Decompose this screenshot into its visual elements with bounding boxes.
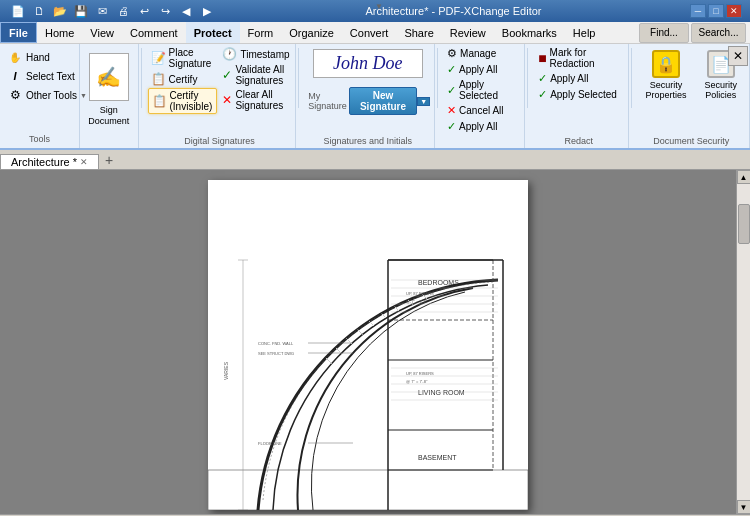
save-btn[interactable]: 💾 [71,1,91,21]
certify-invisible-btn[interactable]: 📋 Certify (Invisible) [148,88,218,114]
other-tools-btn[interactable]: ⚙ Other Tools ▼ [4,86,90,104]
redact-mark-icon: ■ [538,50,546,66]
separator-2 [298,48,299,108]
menu-organize[interactable]: Organize [281,22,342,43]
window-title: Architecture* - PDF-XChange Editor [217,5,690,17]
validate-all-btn[interactable]: ✓ Validate All Signatures [219,63,291,87]
security-properties-btn[interactable]: 🔒 SecurityProperties [637,46,694,104]
svg-text:BASEMENT: BASEMENT [418,454,457,461]
menu-review[interactable]: Review [442,22,494,43]
pdf-page: BEDROOMS LIVING ROOM BASEMENT [208,180,528,510]
scrollbar-track[interactable] [737,184,751,500]
clear-all-btn[interactable]: ✕ Clear All Signatures [219,88,291,112]
apply-all-icon: ✓ [447,120,456,133]
menu-comment[interactable]: Comment [122,22,186,43]
svg-rect-0 [208,180,528,510]
pdf-viewer: BEDROOMS LIVING ROOM BASEMENT [0,170,736,514]
mark-for-redaction-btn[interactable]: ■ Mark for Redaction [534,46,623,70]
svg-text:VARIES: VARIES [223,361,229,380]
apply-all-redact-btn[interactable]: ✓ Apply All [534,71,592,86]
validate-icon: ✓ [222,68,232,82]
certify-btn[interactable]: 📋 Certify [148,71,218,87]
menu-view[interactable]: View [82,22,122,43]
architecture-tab[interactable]: Architecture * ✕ [0,154,99,169]
clear-all-icon: ✕ [222,93,232,107]
new-signature-btn[interactable]: New Signature [349,87,417,115]
new-sig-dropdown[interactable]: ▼ [417,97,430,106]
tab-bar: Architecture * ✕ + ▼ [0,150,750,170]
menu-convert[interactable]: Convert [342,22,397,43]
svg-text:@ 7" = 7'-8": @ 7" = 7'-8" [406,379,428,384]
maximize-button[interactable]: □ [708,4,724,18]
menu-share[interactable]: Share [396,22,441,43]
manage-btn[interactable]: ⚙ Manage [444,46,499,61]
separator-4 [527,48,528,108]
menu-help[interactable]: Help [565,22,604,43]
ribbon-close-btn[interactable]: ✕ [728,46,748,66]
sign-document-icon: ✍ [96,65,121,89]
tab-close-btn[interactable]: ✕ [80,157,88,167]
scrollbar-thumb[interactable] [738,204,750,244]
menu-file[interactable]: File [0,22,37,43]
certify-icon: 📋 [151,72,166,86]
document-security-label: Document Security [653,134,729,146]
sign-document-btn[interactable]: ✍ [89,53,129,101]
cancel-all-btn[interactable]: ✕ Cancel All [444,103,506,118]
print-btn[interactable]: 🖨 [113,1,133,21]
tools-group-label: Tools [29,132,50,144]
architecture-tab-label: Architecture * [11,156,77,168]
hand-tool-btn[interactable]: ✋ Hand [4,48,53,66]
ribbon-group-sign-document: ✍ SignDocument . [80,44,139,148]
svg-text:UP, 87 RISERS: UP, 87 RISERS [406,371,434,376]
redo-btn[interactable]: ↪ [155,1,175,21]
app-icon: 📄 [8,1,28,21]
apply-all-btn[interactable]: ✓ Apply All [444,119,500,134]
timestamp-btn[interactable]: 🕐 Timestamp [219,46,291,62]
email-btn[interactable]: ✉ [92,1,112,21]
add-tab-btn[interactable]: + [100,151,118,169]
ribbon-group-digital-signatures: 📝 Place Signature 📋 Certify 📋 Certify (I… [144,44,297,148]
ribbon-group-tools: ✋ Hand I Select Text ⚙ Other Tools ▼ Too… [0,44,80,148]
architecture-drawing: BEDROOMS LIVING ROOM BASEMENT [208,180,528,510]
apply-selected-btn[interactable]: ✓ Apply Selected [444,78,520,102]
menu-form[interactable]: Form [240,22,282,43]
menu-home[interactable]: Home [37,22,82,43]
place-signature-icon: 📝 [151,51,166,65]
back-btn[interactable]: ◀ [176,1,196,21]
apply-all-sigs-btn[interactable]: ✓ Apply All [444,62,500,77]
vertical-scrollbar[interactable]: ▲ ▼ [736,170,750,514]
search-toolbar-btn[interactable]: Search... [691,23,746,43]
minimize-button[interactable]: ─ [690,4,706,18]
close-button[interactable]: ✕ [726,4,742,18]
digital-signatures-label: Digital Signatures [184,134,255,146]
place-signature-btn[interactable]: 📝 Place Signature [148,46,218,70]
my-signature-label: My Signature [305,91,347,111]
separator-1 [141,48,142,108]
apply-all-sigs-icon: ✓ [447,63,456,76]
scroll-down-btn[interactable]: ▼ [737,500,751,514]
certify-invisible-icon: 📋 [152,94,167,108]
svg-text:CONC. FND. WALL: CONC. FND. WALL [258,341,294,346]
new-btn[interactable]: 🗋 [29,1,49,21]
forward-btn[interactable]: ▶ [197,1,217,21]
menu-bookmarks[interactable]: Bookmarks [494,22,565,43]
ribbon-group-apply: ⚙ Manage ✓ Apply All ✓ Apply Selected ✕ … [440,44,525,148]
ribbon-group-redact: ■ Mark for Redaction ✓ Apply All ✓ Apply… [530,44,628,148]
scroll-up-btn[interactable]: ▲ [737,170,751,184]
undo-btn[interactable]: ↩ [134,1,154,21]
menu-protect[interactable]: Protect [186,22,240,43]
svg-text:UP, 87 RISERS: UP, 87 RISERS [406,291,434,296]
manage-icon: ⚙ [447,47,457,60]
signature-display[interactable]: John Doe [313,49,423,78]
timestamp-icon: 🕐 [222,47,237,61]
find-toolbar-btn[interactable]: Find... [639,23,689,43]
apply-selected-redact-btn[interactable]: ✓ Apply Selected [534,87,621,102]
open-btn[interactable]: 📂 [50,1,70,21]
window-controls: ─ □ ✕ [690,4,742,18]
apply-all-redact-icon: ✓ [538,72,547,85]
my-signature-group-label: Signatures and Initials [323,134,412,146]
select-text-btn[interactable]: I Select Text [4,67,78,85]
hand-icon: ✋ [7,49,23,65]
sign-document-label: SignDocument [88,105,129,127]
main-area: BEDROOMS LIVING ROOM BASEMENT [0,170,750,514]
